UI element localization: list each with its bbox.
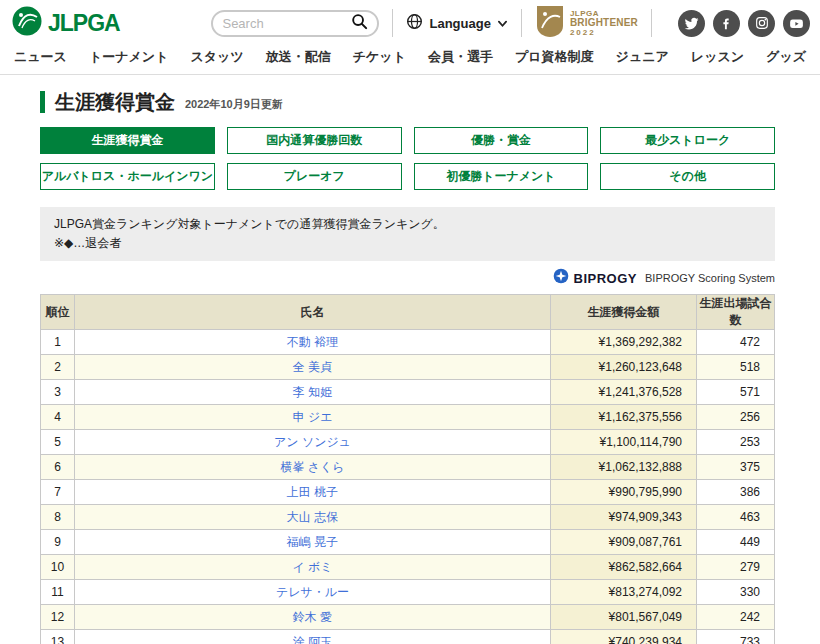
prize-cell: ¥990,795,990 bbox=[551, 480, 697, 505]
search-input[interactable] bbox=[222, 16, 347, 31]
search-box[interactable] bbox=[211, 10, 379, 37]
prize-cell: ¥813,274,092 bbox=[551, 580, 697, 605]
rank-cell: 11 bbox=[41, 580, 75, 605]
filter-button[interactable]: 優勝・賞金 bbox=[414, 127, 589, 154]
table-row: 12 鈴木 愛 ¥801,567,049 242 bbox=[41, 605, 775, 630]
player-link[interactable]: 鈴木 愛 bbox=[293, 610, 332, 624]
games-cell: 375 bbox=[697, 455, 775, 480]
chevron-down-icon bbox=[497, 16, 508, 31]
player-link[interactable]: 涂 阿玉 bbox=[293, 635, 332, 644]
player-link[interactable]: 横峯 さくら bbox=[280, 460, 344, 474]
filter-button[interactable]: その他 bbox=[600, 163, 775, 190]
filter-button[interactable]: 国内通算優勝回数 bbox=[227, 127, 402, 154]
nav-item[interactable]: ジュニア bbox=[616, 48, 669, 66]
search-icon[interactable] bbox=[351, 13, 368, 34]
player-link[interactable]: アン ソンジュ bbox=[274, 435, 351, 449]
nav-item[interactable]: 会員・選手 bbox=[428, 48, 493, 66]
filter-button[interactable]: アルバトロス・ホールインワン bbox=[40, 163, 215, 190]
nav-item[interactable]: スタッツ bbox=[190, 48, 243, 66]
nav-item[interactable]: ニュース bbox=[14, 48, 67, 66]
prize-cell: ¥1,100,114,790 bbox=[551, 430, 697, 455]
rank-cell: 3 bbox=[41, 380, 75, 405]
nav-item[interactable]: トーナメント bbox=[89, 48, 169, 66]
player-link[interactable]: テレサ・ルー bbox=[276, 585, 349, 599]
instagram-icon[interactable] bbox=[748, 10, 775, 37]
globe-icon bbox=[406, 13, 423, 33]
table-row: 7 上田 桃子 ¥990,795,990 386 bbox=[41, 480, 775, 505]
rank-cell: 10 bbox=[41, 555, 75, 580]
prize-cell: ¥1,369,292,382 bbox=[551, 330, 697, 355]
scoring-system-label: BIPROGY Scoring System bbox=[645, 272, 775, 284]
table-row: 2 全 美貞 ¥1,260,123,648 518 bbox=[41, 355, 775, 380]
note-line-2: ※◆…退会者 bbox=[54, 234, 761, 253]
table-row: 6 横峯 さくら ¥1,062,132,888 375 bbox=[41, 455, 775, 480]
rank-cell: 2 bbox=[41, 355, 75, 380]
col-header-name: 氏名 bbox=[75, 295, 551, 330]
table-header-row: 順位 氏名 生涯獲得金額 生涯出場試合数 bbox=[41, 295, 775, 330]
rank-cell: 12 bbox=[41, 605, 75, 630]
logo-text: JLPGA bbox=[48, 10, 120, 37]
games-cell: 463 bbox=[697, 505, 775, 530]
player-link[interactable]: 不動 裕理 bbox=[287, 335, 338, 349]
main-nav: ニューストーナメントスタッツ放送・配信チケット会員・選手プロ資格制度ジュニアレッ… bbox=[0, 46, 820, 75]
language-selector[interactable]: Language bbox=[406, 13, 507, 33]
filter-button[interactable]: 生涯獲得賞金 bbox=[40, 127, 215, 154]
filter-button[interactable]: プレーオフ bbox=[227, 163, 402, 190]
player-name-cell: 不動 裕理 bbox=[75, 330, 551, 355]
games-cell: 279 bbox=[697, 555, 775, 580]
table-body: 1 不動 裕理 ¥1,369,292,382 472 2 全 美貞 ¥1,260… bbox=[41, 330, 775, 644]
ranking-table: 順位 氏名 生涯獲得金額 生涯出場試合数 1 不動 裕理 ¥1,369,292,… bbox=[40, 294, 775, 644]
jlpga-logo[interactable]: JLPGA bbox=[12, 6, 120, 40]
note-line-1: JLPGA賞金ランキング対象トーナメントでの通算獲得賞金ランキング。 bbox=[54, 215, 761, 234]
table-row: 10 イ ボミ ¥862,582,664 279 bbox=[41, 555, 775, 580]
scoring-credit: BIPROGY BIPROGY Scoring System bbox=[40, 268, 775, 288]
table-row: 1 不動 裕理 ¥1,369,292,382 472 bbox=[41, 330, 775, 355]
games-cell: 330 bbox=[697, 580, 775, 605]
brightener-banner[interactable]: JLPGA BRIGHTENER 2022 bbox=[535, 4, 638, 42]
nav-item[interactable]: 放送・配信 bbox=[266, 48, 331, 66]
col-header-rank: 順位 bbox=[41, 295, 75, 330]
col-header-prize: 生涯獲得金額 bbox=[551, 295, 697, 330]
games-cell: 518 bbox=[697, 355, 775, 380]
prize-cell: ¥740,239,934 bbox=[551, 630, 697, 644]
player-link[interactable]: 福嶋 晃子 bbox=[287, 535, 338, 549]
player-link[interactable]: 全 美貞 bbox=[293, 360, 332, 374]
table-row: 5 アン ソンジュ ¥1,100,114,790 253 bbox=[41, 430, 775, 455]
jlpga-logo-icon bbox=[12, 6, 42, 40]
player-link[interactable]: 大山 志保 bbox=[287, 510, 338, 524]
prize-cell: ¥909,087,761 bbox=[551, 530, 697, 555]
prize-cell: ¥1,241,376,528 bbox=[551, 380, 697, 405]
prize-cell: ¥862,582,664 bbox=[551, 555, 697, 580]
player-link[interactable]: 申 ジエ bbox=[293, 410, 333, 424]
divider bbox=[651, 9, 652, 37]
rank-cell: 9 bbox=[41, 530, 75, 555]
player-name-cell: アン ソンジュ bbox=[75, 430, 551, 455]
rank-cell: 1 bbox=[41, 330, 75, 355]
biprogy-logo-icon bbox=[553, 268, 569, 288]
nav-item[interactable]: プロ資格制度 bbox=[515, 48, 594, 66]
brightener-badge-icon bbox=[535, 4, 565, 42]
nav-item[interactable]: チケット bbox=[353, 48, 406, 66]
prize-cell: ¥1,162,375,556 bbox=[551, 405, 697, 430]
filter-button[interactable]: 初優勝トーナメント bbox=[414, 163, 589, 190]
social-links bbox=[678, 10, 810, 37]
youtube-icon[interactable] bbox=[783, 10, 810, 37]
divider bbox=[521, 9, 522, 37]
prize-cell: ¥1,260,123,648 bbox=[551, 355, 697, 380]
player-link[interactable]: イ ボミ bbox=[292, 560, 332, 574]
games-cell: 449 bbox=[697, 530, 775, 555]
nav-item[interactable]: グッズ bbox=[766, 48, 806, 66]
nav-item[interactable]: レッスン bbox=[691, 48, 744, 66]
twitter-icon[interactable] bbox=[678, 10, 705, 37]
page-title: 生涯獲得賞金 bbox=[40, 91, 175, 113]
table-row: 11 テレサ・ルー ¥813,274,092 330 bbox=[41, 580, 775, 605]
games-cell: 472 bbox=[697, 330, 775, 355]
col-header-games: 生涯出場試合数 bbox=[697, 295, 775, 330]
player-name-cell: 全 美貞 bbox=[75, 355, 551, 380]
facebook-icon[interactable] bbox=[713, 10, 740, 37]
description-note: JLPGA賞金ランキング対象トーナメントでの通算獲得賞金ランキング。 ※◆…退会… bbox=[40, 207, 775, 261]
player-link[interactable]: 上田 桃子 bbox=[287, 485, 338, 499]
biprogy-brand-text: BIPROGY bbox=[574, 271, 637, 286]
player-link[interactable]: 李 知姫 bbox=[293, 385, 332, 399]
filter-button[interactable]: 最少ストローク bbox=[600, 127, 775, 154]
